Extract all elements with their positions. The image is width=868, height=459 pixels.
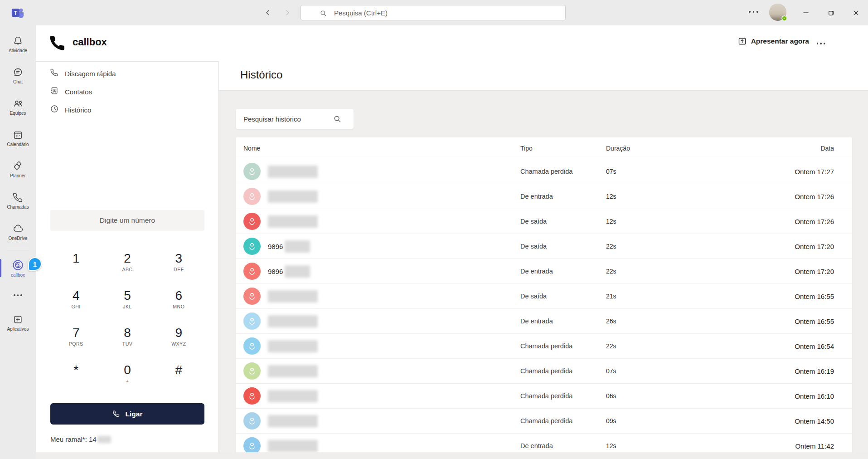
duration-cell: 12s xyxy=(606,442,660,449)
active-accent-bar xyxy=(0,259,1,277)
window-close-button[interactable] xyxy=(849,6,863,20)
redacted-name xyxy=(268,390,318,402)
call-type-label: De saída xyxy=(520,243,547,250)
name-cell xyxy=(243,412,520,430)
window-bottom-edge xyxy=(36,452,868,459)
person-icon xyxy=(247,291,257,302)
duration-cell: 12s xyxy=(606,218,660,225)
redacted-name xyxy=(285,265,310,278)
app-title: callbox xyxy=(73,36,107,48)
history-row[interactable]: Chamada perdida 06s Ontem 16:10 xyxy=(236,384,852,409)
svg-text:T: T xyxy=(14,10,18,16)
dialpad-key-letters: ABC xyxy=(122,267,132,272)
dialpad-key-number: 1 xyxy=(73,251,80,266)
clock-icon xyxy=(50,104,59,115)
rail-item-label: Chat xyxy=(13,79,23,84)
dialpad-key[interactable]: 8 TUV xyxy=(102,321,153,358)
dialpad: 1 2 ABC 3 DEF 4 GHI 5 JKL 6 MNO xyxy=(50,247,204,396)
rail-item-label: Equipes xyxy=(10,111,26,116)
history-search[interactable] xyxy=(236,109,354,129)
rail-item-aplicativos[interactable]: Aplicativos xyxy=(0,309,36,336)
history-row[interactable]: 9896 xyxy=(236,234,852,259)
person-icon xyxy=(247,191,257,202)
history-row[interactable]: Chamada perdida 07s Ontem 16:19 xyxy=(236,359,852,384)
redacted-name xyxy=(268,166,318,178)
call-type-cell: De saída xyxy=(520,293,606,300)
rail-divider xyxy=(7,250,29,250)
dial-number-input[interactable] xyxy=(50,210,204,231)
history-row[interactable]: Chamada perdida 07s Ontem 17:27 xyxy=(236,159,852,184)
date-cell: Ontem 17:26 xyxy=(660,218,834,225)
column-header-nome: Nome xyxy=(243,145,520,152)
dialpad-key[interactable]: # xyxy=(153,358,204,396)
global-search[interactable] xyxy=(301,5,566,20)
duration-cell: 07s xyxy=(606,168,660,175)
global-search-input[interactable] xyxy=(334,9,552,17)
date-cell: Ontem 14:50 xyxy=(660,417,834,425)
call-button[interactable]: Ligar xyxy=(50,403,204,425)
app-more-icon[interactable] xyxy=(817,43,825,44)
rail-more-apps[interactable] xyxy=(0,288,36,303)
date-cell: Ontem 17:27 xyxy=(660,168,834,176)
call-type-label: De saída xyxy=(520,218,547,225)
search-icon[interactable] xyxy=(333,114,342,123)
dialpad-key-number: * xyxy=(73,363,78,377)
dialpad-key[interactable]: 6 MNO xyxy=(153,284,204,321)
dialpad-key-number: 2 xyxy=(124,251,131,266)
dialpad-key[interactable]: 0 + xyxy=(102,358,153,396)
present-now-button[interactable]: Apresentar agora xyxy=(737,36,809,46)
date-cell: Ontem 16:54 xyxy=(660,342,834,350)
dialpad-key[interactable]: 7 PQRS xyxy=(50,321,102,358)
history-row[interactable]: Chamada perdida 22s Ontem 16:54 xyxy=(236,334,852,359)
history-title-band: Histórico xyxy=(219,61,868,91)
planner-icon xyxy=(12,161,24,172)
dialpad-key[interactable]: 1 xyxy=(50,247,102,284)
history-row[interactable]: Chamada perdida 09s Ontem 14:50 xyxy=(236,409,852,434)
nav-forward-icon[interactable] xyxy=(281,6,294,19)
redacted-name xyxy=(268,190,318,203)
name-cell xyxy=(243,387,520,405)
call-type-cell: De saída xyxy=(520,218,606,225)
rail-item-label: Calendário xyxy=(7,142,29,147)
avatar xyxy=(243,288,261,305)
dialpad-key[interactable]: * xyxy=(50,358,102,396)
dialpad-key[interactable]: 5 JKL xyxy=(102,284,153,321)
history-row[interactable]: De entrada 12s Ontem 17:26 xyxy=(236,184,852,209)
more-icon xyxy=(14,294,22,296)
search-icon xyxy=(319,9,327,17)
dialpad-key[interactable]: 9 WXYZ xyxy=(153,321,204,358)
dialpad-key[interactable]: 4 GHI xyxy=(50,284,102,321)
dialpad-key-number: 8 xyxy=(124,326,131,340)
call-type-cell: De entrada xyxy=(520,442,606,449)
duration-cell: 22s xyxy=(606,268,660,275)
person-icon xyxy=(247,440,257,451)
dialpad-key[interactable]: 3 DEF xyxy=(153,247,204,284)
history-row[interactable]: De saída 12s Ontem 17:26 xyxy=(236,209,852,234)
redacted-name xyxy=(268,315,318,327)
avatar xyxy=(243,362,261,380)
history-row[interactable]: 9896 xyxy=(236,259,852,284)
rail-item-label: Chamadas xyxy=(7,205,29,210)
column-header-duracao: Duração xyxy=(606,145,660,152)
name-cell xyxy=(243,313,520,330)
callbox-logo-icon xyxy=(12,259,24,271)
call-type-label: De entrada xyxy=(520,193,553,200)
chrome-more-icon[interactable] xyxy=(749,11,758,13)
dialpad-key-number: 3 xyxy=(175,251,183,266)
redacted-name xyxy=(268,365,318,377)
nav-back-icon[interactable] xyxy=(262,6,274,19)
redacted-name xyxy=(285,240,310,253)
window-restore-button[interactable] xyxy=(824,6,839,20)
history-row[interactable]: De saída 21s Ontem 16:55 xyxy=(236,284,852,309)
date-cell: Ontem 16:55 xyxy=(660,317,834,325)
dialpad-key[interactable]: 2 ABC xyxy=(102,247,153,284)
history-row[interactable]: De entrada 26s Ontem 16:55 xyxy=(236,309,852,334)
page-title: Histórico xyxy=(219,61,868,81)
person-icon xyxy=(247,166,257,177)
history-search-input[interactable] xyxy=(243,115,332,123)
apps-plus-icon xyxy=(12,314,24,325)
person-icon xyxy=(247,391,257,401)
call-type-label: Chamada perdida xyxy=(520,342,572,350)
window-minimize-button[interactable] xyxy=(799,6,813,20)
name-cell xyxy=(243,337,520,355)
